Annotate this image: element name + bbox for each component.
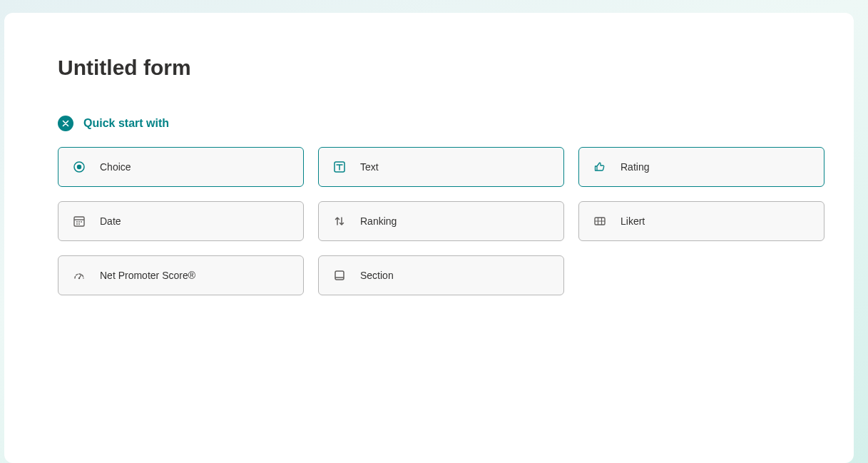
section-icon [333, 269, 346, 282]
option-label: Net Promoter Score® [100, 270, 195, 281]
svg-point-8 [78, 223, 80, 225]
option-label: Rating [621, 161, 649, 173]
option-section[interactable]: Section [318, 255, 564, 295]
svg-point-5 [78, 221, 80, 223]
option-rating[interactable]: Rating [578, 147, 824, 187]
calendar-icon [73, 215, 86, 228]
close-icon [62, 120, 69, 127]
option-label: Section [360, 270, 394, 281]
updown-icon [333, 215, 346, 228]
option-choice[interactable]: Choice [58, 147, 304, 187]
gauge-icon [73, 269, 86, 282]
option-nps[interactable]: Net Promoter Score® [58, 255, 304, 295]
option-ranking[interactable]: Ranking [318, 201, 564, 241]
option-label: Ranking [360, 215, 397, 227]
svg-point-6 [81, 221, 82, 223]
option-label: Likert [621, 215, 645, 227]
text-icon [333, 161, 346, 173]
option-label: Text [360, 161, 379, 173]
form-card: Untitled form Quick start with Choice Te… [4, 13, 854, 463]
svg-rect-11 [335, 271, 344, 280]
option-date[interactable]: Date [58, 201, 304, 241]
svg-point-7 [76, 223, 78, 225]
svg-point-1 [77, 165, 81, 169]
quick-start-row: Quick start with [58, 116, 804, 131]
grid-icon [593, 215, 606, 228]
option-text[interactable]: Text [318, 147, 564, 187]
svg-point-10 [78, 278, 80, 279]
form-title[interactable]: Untitled form [58, 56, 804, 80]
question-type-grid: Choice Text Rating Date Ranking [58, 147, 804, 295]
option-likert[interactable]: Likert [578, 201, 824, 241]
quick-start-label: Quick start with [83, 117, 169, 130]
svg-point-4 [76, 221, 78, 223]
thumb-icon [593, 161, 606, 173]
option-label: Date [100, 215, 121, 227]
radio-icon [73, 161, 86, 173]
close-quick-start-button[interactable] [58, 116, 73, 131]
option-label: Choice [100, 161, 131, 173]
